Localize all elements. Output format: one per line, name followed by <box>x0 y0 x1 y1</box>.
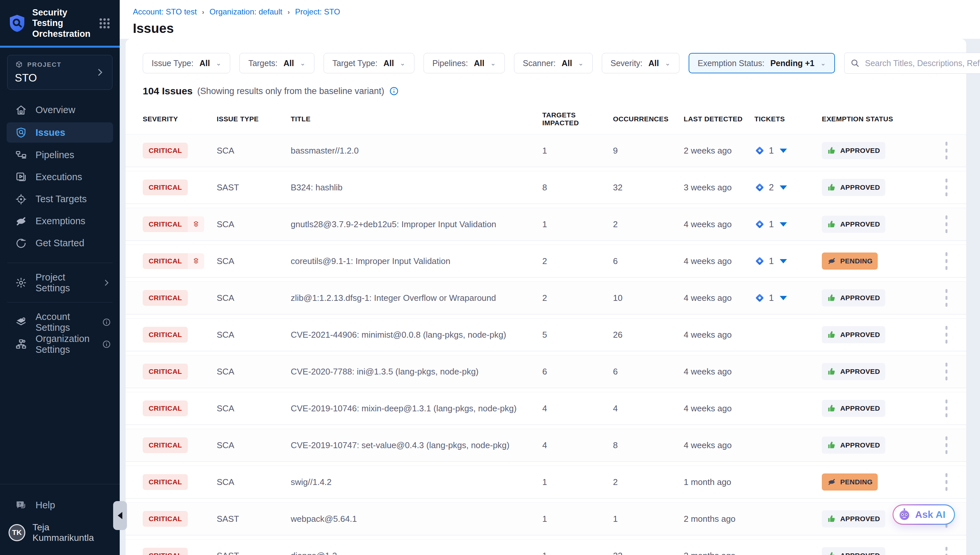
tickets-cell[interactable]: 1 <box>754 256 822 266</box>
ticket-count: 1 <box>769 146 774 156</box>
issue-type: SCA <box>217 477 291 487</box>
issue-title[interactable]: gnutls28@3.7.9-2+deb12u5: Improper Input… <box>291 219 542 229</box>
table-row[interactable]: CRITICAL SCA CVE-2021-44906: minimist@0.… <box>126 318 966 351</box>
breadcrumb-link[interactable]: Organization: default <box>210 7 282 16</box>
issue-type: SAST <box>217 514 291 524</box>
project-selector[interactable]: PROJECT STO <box>7 55 112 90</box>
severity-badge: CRITICAL <box>143 548 188 555</box>
sidebar-collapse-handle[interactable] <box>113 501 127 530</box>
issue-title[interactable]: swig//1.4.2 <box>291 477 542 487</box>
last-detected: 4 weeks ago <box>684 403 754 414</box>
sidebar-item-pipelines[interactable]: Pipelines <box>0 144 120 166</box>
issue-title[interactable]: django@1.2 <box>291 551 542 555</box>
pipelines-icon <box>15 149 27 161</box>
row-menu-button[interactable] <box>940 436 953 454</box>
avatar[interactable]: TK <box>8 524 25 541</box>
row-menu-button[interactable] <box>940 363 953 381</box>
issue-type: SCA <box>217 219 291 229</box>
severity-badge: CRITICAL <box>143 253 188 269</box>
occurrences: 8 <box>613 440 684 451</box>
eye-off-icon <box>827 257 836 266</box>
filter-targets[interactable]: Targets:All⌄ <box>239 53 314 73</box>
sidebar-item-account-settings[interactable]: Account Settings <box>0 311 120 333</box>
sidebar-item-issues[interactable]: Issues <box>6 122 113 143</box>
sidebar-item-get-started[interactable]: Get Started <box>0 232 120 254</box>
issue-title[interactable]: webpack@5.64.1 <box>291 514 542 524</box>
filter-label: Issue Type: <box>152 59 193 68</box>
issue-title[interactable]: coreutils@9.1-1: Improper Input Validati… <box>291 256 542 266</box>
sidebar-item-organization-settings[interactable]: Organization Settings <box>0 333 120 355</box>
gear-icon <box>15 277 27 289</box>
chevron-down-icon[interactable] <box>780 296 787 300</box>
table-row[interactable]: CRITICAL SCA swig//1.4.2 1 2 1 month ago… <box>126 465 966 499</box>
exemption-status-badge: APPROVED <box>822 326 885 343</box>
filter-label: Pipelines: <box>433 59 468 68</box>
chevron-down-icon[interactable] <box>780 149 787 153</box>
info-icon[interactable] <box>102 340 111 349</box>
issue-title[interactable]: bassmaster//1.2.0 <box>291 146 542 156</box>
filter-exemption-status[interactable]: Exemption Status:Pending +1⌄ <box>689 53 835 73</box>
sidebar-item-exemptions[interactable]: Exemptions <box>0 210 120 232</box>
tickets-cell[interactable]: 2 <box>754 182 822 192</box>
info-icon[interactable] <box>102 318 111 327</box>
svg-text:?: ? <box>18 501 21 506</box>
row-menu-button[interactable] <box>940 178 953 197</box>
row-menu-button[interactable] <box>940 547 953 555</box>
filter-pipelines[interactable]: Pipelines:All⌄ <box>423 53 505 73</box>
issue-title[interactable]: CVE-2021-44906: minimist@0.0.8 (lang-pkg… <box>291 330 542 340</box>
row-menu-button[interactable] <box>940 252 953 270</box>
sidebar-item-test-targets[interactable]: Test Targets <box>0 188 120 210</box>
row-menu-button[interactable] <box>940 141 953 160</box>
chevron-down-icon[interactable] <box>780 222 787 226</box>
row-menu-button[interactable] <box>940 399 953 417</box>
exemption-status-badge: PENDING <box>822 473 878 491</box>
table-row[interactable]: CRITICAL SAST django@1.2 1 22 2 months a… <box>126 539 966 555</box>
issue-title[interactable]: B324: hashlib <box>291 183 542 192</box>
filter-scanner[interactable]: Scanner:All⌄ <box>514 53 593 73</box>
breadcrumb-link[interactable]: Account: STO test <box>133 7 197 16</box>
sidebar-item-overview[interactable]: Overview <box>0 99 120 121</box>
exemption-status-cell: APPROVED <box>822 179 921 196</box>
shield-search-icon <box>15 127 27 138</box>
sidebar-item-help[interactable]: ? Help <box>0 494 120 516</box>
filter-severity[interactable]: Severity:All⌄ <box>602 53 679 73</box>
tickets-cell[interactable]: 1 <box>754 145 822 156</box>
tickets-cell[interactable]: 1 <box>754 293 822 303</box>
filter-issue-type[interactable]: Issue Type:All⌄ <box>143 53 230 73</box>
issue-title[interactable]: CVE-2020-7788: ini@1.3.5 (lang-pkgs, nod… <box>291 367 542 377</box>
filter-target-type[interactable]: Target Type:All⌄ <box>324 53 414 73</box>
table-row[interactable]: CRITICAL SCA CVE-2019-10746: mixin-deep@… <box>126 392 966 425</box>
table-row[interactable]: CRITICAL SCA CVE-2019-10747: set-value@0… <box>126 429 966 462</box>
row-menu-button[interactable] <box>940 326 953 344</box>
table-row[interactable]: CRITICAL SAST webpack@5.64.1 1 1 2 month… <box>126 502 966 535</box>
table-row[interactable]: CRITICAL SCA zlib@1:1.2.13.dfsg-1: Integ… <box>126 281 966 314</box>
user-row[interactable]: TK Teja Kummarikuntla <box>0 516 120 543</box>
sidebar-item-executions[interactable]: Executions <box>0 166 120 188</box>
table-row[interactable]: CRITICAL SCA bassmaster//1.2.0 1 9 2 wee… <box>126 134 966 167</box>
project-label: PROJECT <box>27 61 61 68</box>
search-input[interactable] <box>844 53 980 74</box>
issue-type: SCA <box>217 330 291 340</box>
breadcrumb-link[interactable]: Project: STO <box>295 7 340 16</box>
chevron-down-icon[interactable] <box>780 185 787 190</box>
sidebar-item-project-settings[interactable]: Project Settings <box>0 271 120 294</box>
row-menu-button[interactable] <box>940 215 953 233</box>
table-row[interactable]: CRITICAL SCA coreutils@9.1-1: Improper I… <box>126 245 966 278</box>
issue-title[interactable]: CVE-2019-10747: set-value@0.4.3 (lang-pk… <box>291 440 542 451</box>
row-menu-button[interactable] <box>940 473 953 491</box>
table-row[interactable]: CRITICAL SCA CVE-2020-7788: ini@1.3.5 (l… <box>126 355 966 388</box>
column-header: ISSUE TYPE <box>217 115 291 123</box>
chevron-down-icon[interactable] <box>780 259 787 263</box>
issue-title[interactable]: CVE-2019-10746: mixin-deep@1.3.1 (lang-p… <box>291 403 542 414</box>
sidebar-item-label: Issues <box>35 127 104 138</box>
last-detected: 3 weeks ago <box>684 183 754 192</box>
issue-title[interactable]: zlib@1:1.2.13.dfsg-1: Integer Overflow o… <box>291 293 542 303</box>
table-row[interactable]: CRITICAL SAST B324: hashlib 8 32 3 weeks… <box>126 171 966 204</box>
app-grid-menu-icon[interactable] <box>98 17 111 30</box>
info-icon[interactable] <box>389 86 399 96</box>
table-row[interactable]: CRITICAL SCA gnutls28@3.7.9-2+deb12u5: I… <box>126 208 966 241</box>
row-menu-button[interactable] <box>940 289 953 307</box>
ask-ai-button[interactable]: Ask AI <box>893 504 955 525</box>
tickets-cell[interactable]: 1 <box>754 219 822 229</box>
exemption-status-badge: APPROVED <box>822 510 885 528</box>
